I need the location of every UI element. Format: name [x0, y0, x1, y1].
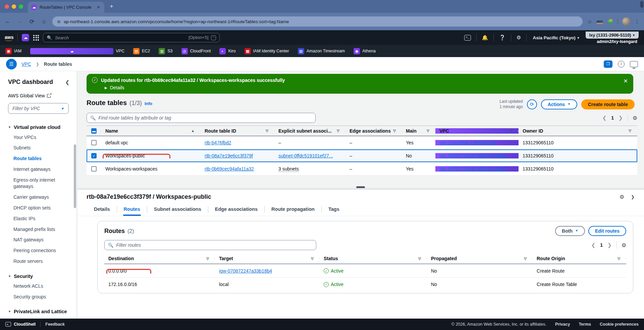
favorite-iam[interactable]: ▣IAM: [5, 48, 21, 54]
next-page-icon[interactable]: ❯: [619, 115, 623, 121]
both-dropdown-button[interactable]: Both▼: [555, 226, 585, 236]
filter-icon[interactable]: ▽: [206, 257, 211, 261]
breadcrumb-vpc-link[interactable]: VPC: [21, 61, 31, 67]
filter-icon[interactable]: ▽: [524, 257, 529, 261]
vpc-link[interactable]: vpc-21ecd846 | default-vpc: [439, 140, 496, 145]
column-vpc[interactable]: VPC▽: [435, 128, 519, 134]
column-owner-id[interactable]: Owner ID▽: [519, 128, 637, 134]
refresh-button[interactable]: ⟳: [527, 99, 537, 109]
apps-grid-icon[interactable]: [33, 35, 39, 41]
sidebar-item-nat-gateways[interactable]: NAT gateways: [0, 235, 77, 245]
favorite-cloudfront[interactable]: ◎CloudFront: [181, 48, 211, 54]
scrollbar-nub[interactable]: [640, 1, 643, 8]
vpc-link[interactable]: vpc-0f35fc724267a5b26 | Work...: [439, 153, 508, 158]
close-window-button[interactable]: [5, 4, 9, 9]
sidebar-item-your-vpcs[interactable]: Your VPCs: [0, 132, 77, 143]
page-number[interactable]: 1: [611, 115, 614, 121]
route-row-local[interactable]: 172.16.0.0/16 local ✓Active No Create Ro…: [104, 278, 626, 291]
next-page-icon[interactable]: ❯: [607, 242, 612, 248]
igw-target-link[interactable]: igw-070872247a33b18b4: [219, 268, 272, 274]
collapse-panel-chevron-icon[interactable]: ❯: [631, 194, 635, 199]
forward-icon[interactable]: →: [16, 18, 23, 25]
route-table-id-link[interactable]: rtb-b476fbd2: [205, 140, 231, 145]
sidebar-scrollbar[interactable]: [74, 144, 76, 208]
banner-details-toggle[interactable]: ▶ Details: [105, 85, 628, 90]
sidebar-collapse-icon[interactable]: ❮: [65, 79, 69, 85]
tab-route-propagation[interactable]: Route propagation: [271, 203, 315, 216]
table-row-workspaces-workspaces[interactable]: Workspaces-workspaces rtb-0b69cec94afa11…: [87, 162, 637, 176]
sidebar-item-dhcp-option-sets[interactable]: DHCP option sets: [0, 202, 77, 213]
favorite-iam-identity-center[interactable]: ▩IAM Identity Center: [245, 48, 289, 54]
sidebar-item-internet-gateways[interactable]: Internet gateways: [0, 164, 77, 175]
prev-page-icon[interactable]: ❮: [602, 115, 607, 121]
cloudshell-footer-button[interactable]: >_CloudShell: [5, 322, 36, 327]
sidebar-item-managed-prefix-lists[interactable]: Managed prefix lists: [0, 224, 77, 235]
route-tables-filter[interactable]: 🔍: [87, 113, 316, 123]
sidebar-item-subnets[interactable]: Subnets: [0, 143, 77, 153]
reload-icon[interactable]: ⟳: [28, 18, 36, 25]
aws-logo[interactable]: aws: [5, 35, 13, 41]
panel-preferences-gear-icon[interactable]: ⚙: [620, 194, 624, 200]
column-route-origin[interactable]: Route Origin▽: [533, 256, 626, 261]
feedback-link[interactable]: Feedback: [45, 322, 65, 327]
filter-icon[interactable]: ▽: [337, 129, 341, 133]
subnets-popover-link[interactable]: 3 subnets: [278, 166, 299, 172]
select-all-checkbox[interactable]: ▬: [87, 128, 101, 134]
favorite-s3[interactable]: ▥S3: [159, 48, 172, 54]
filter-icon[interactable]: ▽: [311, 257, 316, 261]
home-icon[interactable]: ⌂: [40, 18, 48, 25]
filter-by-vpc-select[interactable]: Filter by VPC ▼: [8, 103, 69, 114]
aws-global-view-link[interactable]: AWS Global View: [0, 90, 77, 102]
column-name[interactable]: Name▲: [101, 128, 201, 134]
search-input[interactable]: [55, 35, 186, 40]
column-destination[interactable]: Destination▽: [104, 256, 215, 261]
browser-tab[interactable]: ☁ RouteTables | VPC Console ✕: [28, 2, 104, 13]
route-tables-filter-input[interactable]: [98, 115, 312, 121]
row-checkbox[interactable]: [91, 166, 97, 172]
vpc-service-icon[interactable]: ☁: [22, 34, 29, 41]
create-route-table-button[interactable]: Create route table: [581, 99, 635, 109]
section-title-privatelink[interactable]: ▼PrivateLink and Lattice: [0, 307, 77, 316]
tab-subnet-associations[interactable]: Subnet associations: [153, 203, 202, 216]
sidebar-item-route-servers[interactable]: Route servers: [0, 256, 77, 267]
sidebar-item-getting-started[interactable]: Getting started: [0, 316, 77, 319]
subnet-link[interactable]: subnet-0ffdc519101ef27...: [278, 153, 333, 158]
column-edge-associations[interactable]: Edge associations▽: [345, 128, 402, 134]
column-explicit-subnet[interactable]: Explicit subnet associ...▽: [274, 128, 345, 134]
route-table-id-link[interactable]: rtb-08a7e19e6cc3f379f: [205, 153, 253, 158]
sidebar-item-security-groups[interactable]: Security groups: [0, 291, 77, 302]
settings-gear-icon[interactable]: ⚙: [511, 35, 526, 41]
sidebar-item-carrier-gateways[interactable]: Carrier gateways: [0, 192, 77, 202]
sidebar-item-network-acls[interactable]: Network ACLs: [0, 281, 77, 292]
banner-close-icon[interactable]: ✕: [624, 78, 628, 84]
prev-page-icon[interactable]: ❮: [591, 242, 596, 248]
favorite-vpc[interactable]: ☁VPC: [30, 48, 124, 54]
window-controls[interactable]: [0, 4, 28, 13]
split-panel-divider[interactable]: [77, 185, 644, 189]
split-panel-toggle-icon[interactable]: ❐: [604, 60, 612, 68]
row-checkbox-checked[interactable]: ✓: [91, 153, 97, 158]
table-row-default-vpc[interactable]: default vpc rtb-b476fbd2 – – Yes vpc-21e…: [87, 136, 637, 149]
route-table-id-link[interactable]: rtb-0b69cec94afa11a32: [205, 166, 254, 172]
column-target[interactable]: Target▽: [215, 256, 320, 261]
maximize-window-button[interactable]: [19, 4, 23, 9]
column-route-table-id[interactable]: Route table ID▽: [201, 128, 274, 134]
favorite-ec2[interactable]: ▤EC2: [133, 48, 150, 54]
privacy-link[interactable]: Privacy: [555, 322, 570, 327]
favorite-athena[interactable]: ◉Athena: [354, 48, 376, 54]
filter-icon[interactable]: ▽: [393, 129, 398, 133]
filter-icon[interactable]: ▽: [618, 257, 622, 261]
filter-icon[interactable]: ▽: [629, 129, 633, 133]
tab-details[interactable]: Details: [93, 203, 111, 216]
tab-tags[interactable]: Tags: [328, 203, 340, 216]
close-tab-icon[interactable]: ✕: [96, 5, 101, 10]
back-icon[interactable]: ←: [4, 18, 11, 25]
filter-icon[interactable]: ▽: [427, 129, 431, 133]
cookie-preferences-link[interactable]: Cookie preferences: [600, 322, 639, 327]
column-status[interactable]: Status▽: [320, 256, 427, 261]
amazon-q-icon[interactable]: ◠: [211, 35, 216, 40]
browser-menu-icon[interactable]: ⋮: [635, 18, 640, 25]
drag-handle-icon[interactable]: [356, 186, 365, 188]
edit-routes-button[interactable]: Edit routes: [588, 226, 626, 236]
cloudshell-nav-button[interactable]: >_: [459, 35, 476, 41]
